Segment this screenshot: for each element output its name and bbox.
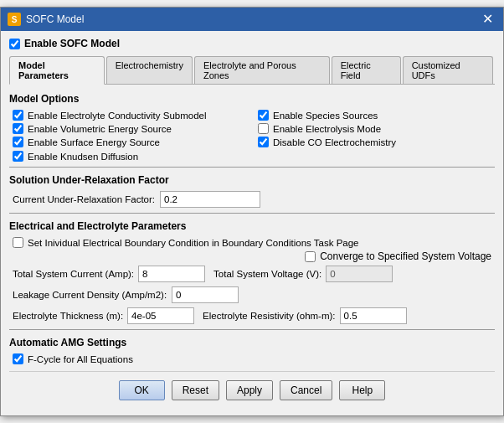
set-individual-checkbox[interactable]	[13, 237, 23, 248]
resistivity-input[interactable]	[340, 307, 407, 324]
set-individual-label: Set Inividual Electrical Boundary Condit…	[28, 238, 359, 248]
ok-button[interactable]: OK	[119, 380, 165, 400]
converge-voltage-label: Converge to Specified System Voltage	[320, 250, 491, 262]
window-title: SOFC Model	[26, 13, 84, 25]
enable-electrolyte-cond-label: Enable Electrolyte Conductivity Submodel	[28, 111, 207, 121]
resistivity-group: Electrolyte Resistivity (ohm-m):	[203, 307, 406, 324]
model-options-header: Model Options	[9, 93, 495, 105]
total-voltage-group: Total System Voltage (V):	[213, 266, 393, 282]
electrical-electrolyte-header: Electrical and Electrolyte Parameters	[9, 220, 495, 232]
resistivity-label: Electrolyte Resistivity (ohm-m):	[203, 311, 335, 321]
enable-surface-energy-label: Enable Surface Energy Source	[28, 137, 160, 147]
enable-volumetric-energy-checkbox[interactable]	[13, 123, 23, 134]
enable-electrolysis-label: Enable Electrolysis Mode	[273, 124, 381, 134]
close-button[interactable]: ✕	[479, 11, 496, 28]
enable-species-sources-label: Enable Species Sources	[273, 111, 378, 121]
enable-electrolysis-checkbox[interactable]	[258, 123, 269, 134]
enable-sofc-label: Enable SOFC Model	[24, 38, 120, 49]
converge-voltage-checkbox[interactable]	[305, 251, 316, 262]
titlebar-left: S SOFC Model	[8, 13, 84, 26]
enable-volumetric-energy-label: Enable Volumetric Energy Source	[28, 124, 172, 134]
tab-bar: Model Parameters Electrochemistry Electr…	[9, 56, 495, 85]
checkbox-item-surface-energy: Enable Surface Energy Source	[13, 137, 249, 147]
checkbox-item-disable-co: Disable CO Electrochemistry	[258, 137, 495, 147]
converge-row: Converge to Specified System Voltage	[9, 250, 495, 262]
total-current-label: Total System Current (Amp):	[13, 269, 134, 279]
thickness-input[interactable]	[127, 307, 194, 324]
current-relaxation-label: Current Under-Relaxation Factor:	[13, 194, 155, 204]
enable-species-sources-checkbox[interactable]	[258, 110, 269, 121]
checkbox-item-knudsen: Enable Knudsen Diffusion	[9, 151, 495, 162]
fcycle-checkbox[interactable]	[13, 353, 23, 364]
checkbox-item-electrolysis: Enable Electrolysis Mode	[258, 123, 495, 134]
apply-button[interactable]: Apply	[226, 380, 273, 400]
enable-knudsen-checkbox[interactable]	[13, 151, 23, 162]
reset-button[interactable]: Reset	[172, 380, 219, 400]
fcycle-row: F-Cycle for All Equations	[9, 353, 495, 364]
thickness-group: Electrolyte Thickness (m):	[13, 307, 194, 324]
current-voltage-row: Total System Current (Amp): Total System…	[9, 266, 495, 282]
app-icon: S	[8, 13, 21, 26]
help-button[interactable]: Help	[339, 380, 385, 400]
sofc-model-dialog: S SOFC Model ✕ Enable SOFC Model Model P…	[0, 7, 504, 416]
fcycle-label: F-Cycle for All Equations	[28, 354, 133, 364]
enable-sofc-checkbox[interactable]	[9, 39, 20, 49]
total-current-group: Total System Current (Amp):	[13, 266, 205, 282]
tab-electric-field[interactable]: Electric Field	[332, 56, 401, 84]
cancel-button[interactable]: Cancel	[280, 380, 332, 400]
total-voltage-label: Total System Voltage (V):	[213, 269, 321, 279]
leakage-input[interactable]	[172, 286, 239, 303]
checkbox-item-species-sources: Enable Species Sources	[258, 110, 495, 121]
disable-co-electrochemistry-label: Disable CO Electrochemistry	[273, 137, 396, 147]
tab-model-parameters[interactable]: Model Parameters	[9, 56, 105, 85]
titlebar: S SOFC Model ✕	[1, 8, 503, 31]
total-current-input[interactable]	[138, 266, 205, 282]
leakage-label: Leakage Current Density (Amp/m2):	[13, 290, 167, 300]
current-relaxation-input[interactable]	[160, 191, 260, 208]
checkbox-item-volumetric-energy: Enable Volumetric Energy Source	[13, 123, 249, 134]
tab-customized-udfs[interactable]: Customized UDFs	[403, 56, 493, 84]
leakage-row: Leakage Current Density (Amp/m2):	[9, 286, 495, 303]
enable-electrolyte-cond-checkbox[interactable]	[13, 110, 23, 121]
total-voltage-input[interactable]	[326, 266, 393, 282]
enable-surface-energy-checkbox[interactable]	[13, 137, 23, 147]
button-bar: OK Reset Apply Cancel Help	[9, 371, 495, 409]
enable-knudsen-label: Enable Knudsen Diffusion	[28, 152, 138, 162]
tab-electrolyte-porous-zones[interactable]: Electrolyte and Porous Zones	[194, 56, 330, 84]
thickness-label: Electrolyte Thickness (m):	[13, 311, 123, 321]
enable-sofc-row: Enable SOFC Model	[9, 38, 495, 49]
solution-relaxation-header: Solution Under-Relaxation Factor	[9, 174, 495, 186]
thickness-resistivity-row: Electrolyte Thickness (m): Electrolyte R…	[9, 307, 495, 324]
current-relaxation-row: Current Under-Relaxation Factor:	[9, 191, 495, 208]
disable-co-electrochemistry-checkbox[interactable]	[258, 137, 269, 147]
dialog-content: Enable SOFC Model Model Parameters Elect…	[1, 31, 503, 415]
set-individual-row: Set Inividual Electrical Boundary Condit…	[9, 237, 495, 248]
model-options-checkboxes: Enable Electrolyte Conductivity Submodel…	[9, 110, 495, 147]
tab-electrochemistry[interactable]: Electrochemistry	[106, 56, 193, 84]
checkbox-item-electrolyte-cond: Enable Electrolyte Conductivity Submodel	[13, 110, 249, 121]
amg-settings-header: Automatic AMG Settings	[9, 337, 495, 348]
